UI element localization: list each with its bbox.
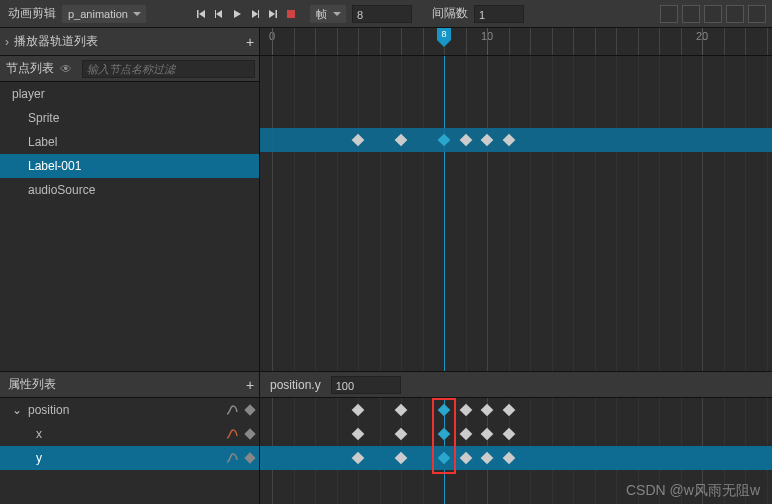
keyframe[interactable] xyxy=(352,404,365,417)
current-frame-input[interactable]: 8 xyxy=(352,5,412,23)
timeline-row[interactable] xyxy=(260,80,772,104)
chevron-down-icon[interactable]: ⌄ xyxy=(12,403,22,417)
prev-frame-icon[interactable] xyxy=(210,5,228,23)
interval-input[interactable]: 1 xyxy=(474,5,524,23)
keyframe[interactable] xyxy=(481,452,494,465)
timeline-row[interactable] xyxy=(260,152,772,176)
list-icon[interactable] xyxy=(726,5,744,23)
property-value-header: position.y 100 xyxy=(260,372,772,398)
editor-title: 动画剪辑 xyxy=(0,5,62,22)
keyframe[interactable] xyxy=(502,404,515,417)
timeline-row[interactable] xyxy=(260,128,772,152)
current-prop-label: position.y xyxy=(270,378,321,392)
keyframe[interactable] xyxy=(459,452,472,465)
property-row[interactable]: x xyxy=(0,422,259,446)
keyframe[interactable] xyxy=(459,404,472,417)
playhead-marker[interactable]: 8 xyxy=(437,28,451,40)
track-list-header: › 播放器轨道列表 + xyxy=(0,28,260,55)
property-label: x xyxy=(36,427,42,441)
bottom: 属性列表 + ⌄positionxy position.y 100 xyxy=(0,372,772,504)
property-timeline[interactable]: position.y 100 xyxy=(260,372,772,504)
add-key-icon[interactable] xyxy=(682,5,700,23)
curve-icon[interactable] xyxy=(225,451,239,465)
node-tree: playerSpriteLabelLabel-001audioSource xyxy=(0,82,259,371)
current-prop-value[interactable]: 100 xyxy=(331,376,401,394)
curve-icon[interactable] xyxy=(225,427,239,441)
stop-icon[interactable] xyxy=(282,5,300,23)
skip-start-icon[interactable] xyxy=(192,5,210,23)
node-item[interactable]: Label-001 xyxy=(0,154,259,178)
timeline-area[interactable] xyxy=(260,56,772,371)
interval-label: 间隔数 xyxy=(424,5,474,22)
property-row[interactable]: ⌄position xyxy=(0,398,259,422)
node-search-input[interactable] xyxy=(82,60,255,78)
property-title: 属性列表 xyxy=(8,376,241,393)
next-frame-icon[interactable] xyxy=(246,5,264,23)
keyframe[interactable] xyxy=(352,452,365,465)
timeline-row[interactable] xyxy=(260,56,772,80)
curve-icon[interactable] xyxy=(748,5,766,23)
keyframe[interactable] xyxy=(502,452,515,465)
grid-icon[interactable] xyxy=(660,5,678,23)
frame-mode-select[interactable]: 帧 xyxy=(310,5,346,23)
clip-select[interactable]: p_animation xyxy=(62,5,146,23)
clear-icon[interactable] xyxy=(225,35,239,49)
keyframe[interactable] xyxy=(438,134,451,147)
node-item[interactable]: audioSource xyxy=(0,178,259,202)
keyframe-icon[interactable] xyxy=(243,451,257,465)
keyframe[interactable] xyxy=(459,134,472,147)
toolbar-right xyxy=(660,5,772,23)
topbar: 动画剪辑 p_animation 帧 8 间隔数 1 xyxy=(0,0,772,28)
property-header: 属性列表 + xyxy=(0,372,259,398)
keyframe[interactable] xyxy=(395,134,408,147)
property-label: position xyxy=(28,403,69,417)
property-label: y xyxy=(36,451,42,465)
track-list-title: 播放器轨道列表 xyxy=(14,33,223,50)
property-panel: 属性列表 + ⌄positionxy xyxy=(0,372,260,504)
property-row[interactable]: y xyxy=(0,446,259,470)
keyframe[interactable] xyxy=(502,428,515,441)
timeline-ruler[interactable]: 010208 xyxy=(260,28,772,55)
page-icon[interactable] xyxy=(704,5,722,23)
keyframe[interactable] xyxy=(459,428,472,441)
keyframe[interactable] xyxy=(395,404,408,417)
property-lane[interactable] xyxy=(260,398,772,422)
property-lane[interactable] xyxy=(260,446,772,470)
keyframe-icon[interactable] xyxy=(243,403,257,417)
highlight-box xyxy=(432,398,456,474)
keyframe[interactable] xyxy=(502,134,515,147)
middle: 节点列表 👁 playerSpriteLabelLabel-001audioSo… xyxy=(0,56,772,372)
add-track-button[interactable]: + xyxy=(241,33,259,51)
node-item[interactable]: player xyxy=(0,82,259,106)
svg-rect-0 xyxy=(287,10,295,18)
property-lane[interactable] xyxy=(260,422,772,446)
keyframe[interactable] xyxy=(352,428,365,441)
keyframe[interactable] xyxy=(481,134,494,147)
expand-icon[interactable]: › xyxy=(0,35,14,49)
keyframe[interactable] xyxy=(481,428,494,441)
node-item[interactable]: Label xyxy=(0,130,259,154)
node-list-header: 节点列表 👁 xyxy=(0,56,259,82)
track-header-row: › 播放器轨道列表 + 010208 xyxy=(0,28,772,56)
node-panel: 节点列表 👁 playerSpriteLabelLabel-001audioSo… xyxy=(0,56,260,371)
visibility-icon[interactable]: 👁 xyxy=(60,62,78,76)
keyframe[interactable] xyxy=(395,428,408,441)
keyframe[interactable] xyxy=(395,452,408,465)
node-item[interactable]: Sprite xyxy=(0,106,259,130)
transport-controls: 帧 8 间隔数 1 xyxy=(192,5,524,23)
property-lanes xyxy=(260,398,772,504)
keyframe-icon[interactable] xyxy=(243,427,257,441)
curve-icon[interactable] xyxy=(225,403,239,417)
play-icon[interactable] xyxy=(228,5,246,23)
property-rows: ⌄positionxy xyxy=(0,398,259,470)
node-list-title: 节点列表 xyxy=(0,60,60,77)
add-prop-button[interactable]: + xyxy=(241,376,259,394)
timeline-row[interactable] xyxy=(260,104,772,128)
keyframe[interactable] xyxy=(481,404,494,417)
keyframe[interactable] xyxy=(352,134,365,147)
skip-end-icon[interactable] xyxy=(264,5,282,23)
